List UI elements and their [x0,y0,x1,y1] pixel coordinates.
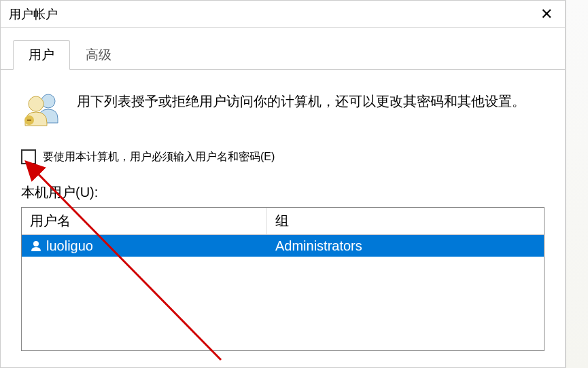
table-header: 用户名 组 [22,208,544,235]
tab-user[interactable]: 用户 [13,40,70,70]
require-password-row: 要使用本计算机，用户必须输入用户名和密码(E) [21,149,544,164]
titlebar: 用户帐户 ✕ [1,1,565,28]
tab-strip: 用户 高级 [1,40,565,70]
column-header-username[interactable]: 用户名 [22,208,267,234]
svg-point-1 [29,96,44,111]
svg-rect-3 [27,119,31,121]
tab-user-label: 用户 [29,48,54,62]
cell-group: Administrators [267,236,544,257]
table-row[interactable]: luoliguo Administrators [22,235,544,257]
tab-content: 用下列表授予或拒绝用户访问你的计算机，还可以更改其密码和其他设置。 要使用本计算… [1,70,565,351]
description-text: 用下列表授予或拒绝用户访问你的计算机，还可以更改其密码和其他设置。 [77,90,525,112]
column-header-group[interactable]: 组 [267,208,544,234]
background-panel [566,0,588,368]
user-accounts-window: 用户帐户 ✕ 用户 高级 用下列表授予或拒绝用户访问你的计算机，还可以更改其密码… [0,0,566,368]
window-title: 用户帐户 [9,6,58,22]
user-table: 用户名 组 luoliguo Adminis [21,207,544,351]
users-icon [21,90,63,128]
tab-advanced[interactable]: 高级 [70,40,127,70]
user-list-label: 本机用户(U): [21,183,544,202]
description-row: 用下列表授予或拒绝用户访问你的计算机，还可以更改其密码和其他设置。 [21,90,544,128]
group-value: Administrators [275,238,362,253]
user-icon [30,240,42,252]
require-password-label: 要使用本计算机，用户必须输入用户名和密码(E) [43,150,275,164]
close-icon[interactable]: ✕ [536,5,557,23]
cell-username: luoliguo [22,236,267,257]
table-body: luoliguo Administrators [22,235,544,350]
username-value: luoliguo [46,238,93,254]
tab-advanced-label: 高级 [86,48,111,62]
svg-point-4 [33,241,39,246]
require-password-checkbox[interactable] [21,149,36,164]
